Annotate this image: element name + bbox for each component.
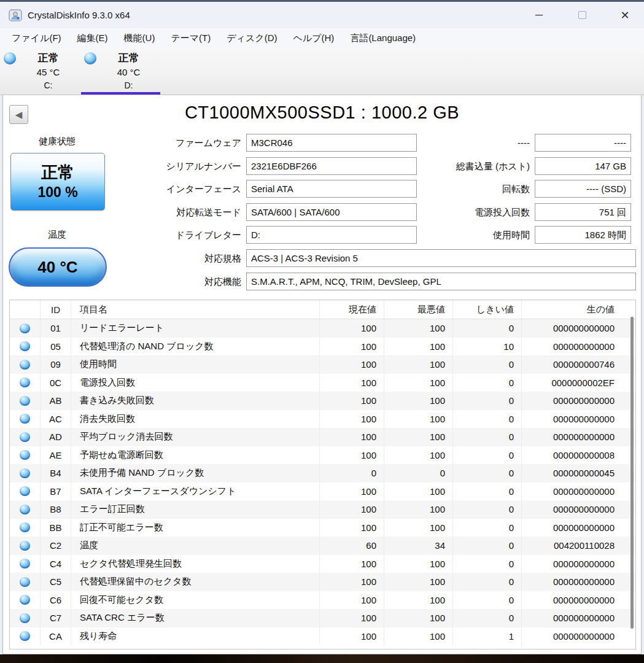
attribute-threshold: 0 xyxy=(453,428,522,446)
row-status-cell xyxy=(10,573,41,591)
info-field-value: M3CR046 xyxy=(246,134,417,152)
info-field-row: シリアルナンバー 2321E6DBF266 xyxy=(101,157,417,175)
table-row[interactable]: C6 回復不可能セクタ数 100 100 0 000000000000 xyxy=(10,591,635,610)
raw-column-header: 生の値 xyxy=(522,300,635,319)
table-row[interactable]: 0C 電源投入回数 100 100 0 0000000002EF xyxy=(10,374,635,392)
table-row[interactable]: 05 代替処理済の NAND ブロック数 100 100 10 00000000… xyxy=(10,338,635,356)
row-status-cell xyxy=(10,464,41,483)
info-field-label: ドライブレター xyxy=(101,226,246,244)
disk-title: CT1000MX500SSD1 : 1000.2 GB xyxy=(40,103,604,123)
row-status-cell xyxy=(10,392,41,410)
table-row[interactable]: AC 消去失敗回数 100 100 0 000000000000 xyxy=(10,410,635,428)
drive-tab[interactable]: 正常 45 °C C: xyxy=(0,48,80,95)
health-status-button[interactable]: 正常 100 % xyxy=(10,153,105,211)
info-field-label: 電源投入回数 xyxy=(396,203,535,221)
table-row[interactable]: AB 書き込み失敗回数 100 100 0 000000000000 xyxy=(10,392,635,410)
attribute-threshold: 0 xyxy=(453,500,522,519)
app-icon xyxy=(9,9,22,22)
info-field-value: 751 回 xyxy=(535,203,631,221)
attribute-current: 100 xyxy=(320,410,384,428)
table-row[interactable]: B4 未使用予備 NAND ブロック数 0 0 0 000000000045 xyxy=(10,464,635,483)
row-status-cell xyxy=(10,609,41,627)
attribute-worst: 100 xyxy=(384,519,453,537)
attribute-threshold: 0 xyxy=(453,464,522,483)
status-good-orb-icon xyxy=(20,396,30,406)
attribute-id: 09 xyxy=(41,355,71,374)
info-fields-wide: 対応規格 ACS-3 | ACS-3 Revision 5 対応機能 S.M.A… xyxy=(101,249,636,290)
attribute-id: B7 xyxy=(41,483,71,501)
attribute-worst: 34 xyxy=(384,537,453,555)
temperature-indicator[interactable]: 40 °C xyxy=(9,247,107,287)
table-row[interactable]: AE 予期せぬ電源断回数 100 100 0 000000000008 xyxy=(10,446,635,465)
menu-item[interactable]: テーマ(T) xyxy=(165,30,216,47)
drive-tab[interactable]: 正常 40 °C D: xyxy=(80,48,161,95)
menu-item[interactable]: ファイル(F) xyxy=(6,30,67,47)
status-good-orb-icon xyxy=(20,577,30,587)
row-status-cell xyxy=(10,537,41,555)
row-status-cell xyxy=(10,555,41,573)
attribute-threshold: 0 xyxy=(453,483,522,501)
table-row[interactable]: C4 セクタ代替処理発生回数 100 100 0 000000000000 xyxy=(10,555,635,573)
close-button[interactable]: ✕ xyxy=(611,2,639,28)
attribute-name: リードエラーレート xyxy=(71,319,320,338)
status-good-orb-icon xyxy=(20,341,30,351)
attribute-worst: 0 xyxy=(384,464,453,483)
table-row[interactable]: CA 残り寿命 100 100 1 000000000000 xyxy=(10,627,635,646)
attribute-worst: 100 xyxy=(384,428,453,446)
info-field-row: ---- ---- xyxy=(396,134,631,152)
status-good-orb-icon xyxy=(20,613,30,623)
status-good-orb-icon xyxy=(20,505,30,514)
menu-item[interactable]: 編集(E) xyxy=(72,30,114,47)
smart-table-header: ID 項目名 現在値 最悪値 しきい値 生の値 xyxy=(10,300,635,319)
table-row[interactable]: C5 代替処理保留中のセクタ数 100 100 0 000000000000 xyxy=(10,573,635,591)
status-good-orb-icon xyxy=(20,432,30,442)
attribute-threshold: 10 xyxy=(453,338,522,356)
info-field-row: 総書込量 (ホスト) 147 GB xyxy=(396,157,631,175)
attribute-current: 0 xyxy=(320,464,384,483)
minimize-button[interactable]: ─ xyxy=(525,2,553,28)
attribute-current: 100 xyxy=(320,483,384,501)
info-field-row: 対応機能 S.M.A.R.T., APM, NCQ, TRIM, DevSlee… xyxy=(101,273,636,290)
menu-item[interactable]: ヘルプ(H) xyxy=(287,30,339,47)
table-row[interactable]: C7 SATA CRC エラー数 100 100 0 000000000000 xyxy=(10,609,635,627)
attribute-name: 予期せぬ電源断回数 xyxy=(71,446,320,465)
attribute-worst: 100 xyxy=(384,446,453,465)
table-row[interactable]: 01 リードエラーレート 100 100 0 000000000000 xyxy=(10,319,635,338)
attribute-threshold: 0 xyxy=(453,609,522,627)
table-row[interactable]: B7 SATA インターフェースダウンシフト 100 100 0 0000000… xyxy=(10,483,635,501)
table-scrollbar[interactable] xyxy=(630,317,634,629)
screenshot-bottom-border xyxy=(0,654,644,663)
info-field-value: S.M.A.R.T., APM, NCQ, TRIM, DevSleep, GP… xyxy=(246,273,636,290)
menu-item[interactable]: 言語(Language) xyxy=(344,30,421,47)
info-field-value: ---- (SSD) xyxy=(535,180,631,198)
attribute-worst: 100 xyxy=(384,338,453,356)
maximize-button[interactable] xyxy=(568,2,596,28)
table-row[interactable]: BB 訂正不可能エラー数 100 100 0 000000000000 xyxy=(10,519,635,537)
table-row[interactable]: 09 使用時間 100 100 0 000000000746 xyxy=(10,355,635,374)
attribute-threshold: 0 xyxy=(453,392,522,410)
attribute-raw-value: 000000000045 xyxy=(522,464,635,483)
table-row[interactable]: C2 温度 60 34 0 004200110028 xyxy=(10,537,635,555)
attribute-name: 訂正不可能エラー数 xyxy=(71,519,320,537)
info-field-row: インターフェース Serial ATA xyxy=(101,180,417,198)
attribute-id: C7 xyxy=(41,609,71,627)
status-column-header xyxy=(10,300,41,319)
attribute-current: 100 xyxy=(320,609,384,627)
attribute-worst: 100 xyxy=(384,410,453,428)
table-row[interactable]: B8 エラー訂正回数 100 100 0 000000000000 xyxy=(10,500,635,519)
table-row[interactable]: AD 平均ブロック消去回数 100 100 0 000000000000 xyxy=(10,428,635,446)
info-field-value: 147 GB xyxy=(535,157,631,175)
window-title: CrystalDiskInfo 9.3.0 x64 xyxy=(28,10,130,20)
menu-item[interactable]: ディスク(D) xyxy=(221,30,282,47)
attribute-current: 100 xyxy=(320,374,384,392)
back-button[interactable]: ◀ xyxy=(9,105,28,124)
attribute-raw-value: 000000000000 xyxy=(522,319,635,338)
menu-item[interactable]: 機能(U) xyxy=(118,30,161,47)
row-status-cell xyxy=(10,428,41,446)
window-controls: ─ ✕ xyxy=(525,2,644,28)
health-percent-text: 100 % xyxy=(37,183,77,201)
attribute-threshold: 0 xyxy=(453,591,522,610)
id-column-header: ID xyxy=(41,300,71,319)
attribute-threshold: 0 xyxy=(453,446,522,465)
drive-tab-temperature: 45 °C xyxy=(16,66,80,79)
